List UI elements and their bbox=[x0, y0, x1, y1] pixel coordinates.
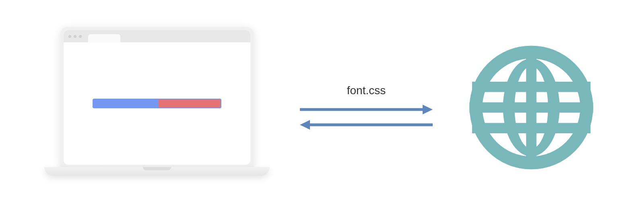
browser-tab bbox=[88, 34, 120, 42]
browser-chrome bbox=[64, 30, 250, 42]
svg-marker-3 bbox=[300, 120, 310, 130]
laptop-illustration bbox=[44, 27, 270, 188]
svg-rect-11 bbox=[472, 123, 590, 133]
window-dot bbox=[74, 35, 76, 38]
loading-bar-segment-red bbox=[159, 99, 221, 108]
svg-rect-9 bbox=[472, 82, 590, 92]
arrow-right-icon bbox=[300, 103, 433, 116]
globe-icon bbox=[463, 39, 600, 176]
request-label: font.css bbox=[347, 84, 386, 97]
font-request-diagram: font.css bbox=[0, 0, 644, 215]
laptop-base bbox=[44, 167, 270, 176]
request-arrows: font.css bbox=[286, 84, 447, 131]
loading-bar bbox=[93, 99, 221, 108]
browser-viewport bbox=[64, 42, 250, 165]
svg-marker-1 bbox=[423, 105, 433, 114]
window-dot bbox=[79, 35, 82, 38]
arrow-left-icon bbox=[300, 119, 433, 131]
window-dot bbox=[68, 35, 71, 38]
svg-rect-10 bbox=[469, 102, 593, 113]
